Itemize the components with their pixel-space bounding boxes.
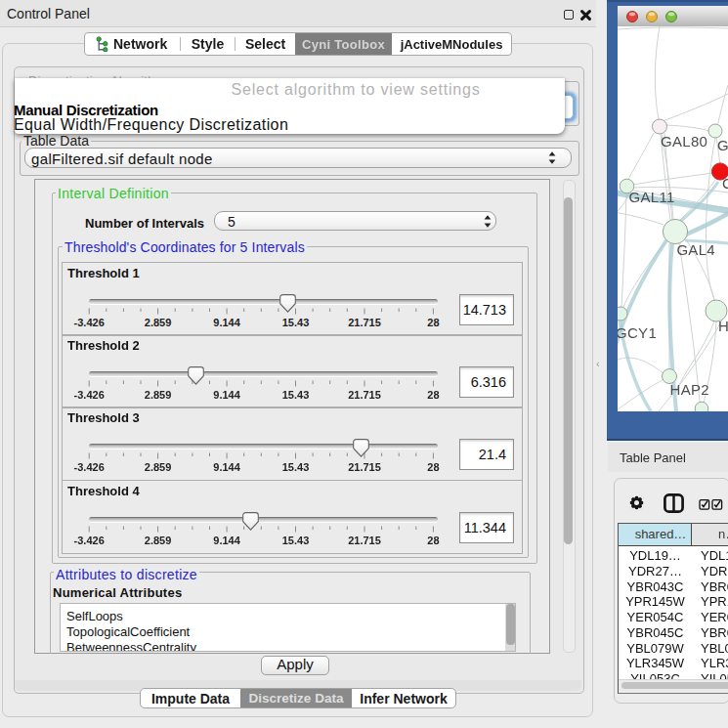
svg-text:GAL4: GAL4 [676,241,715,258]
svg-text:HAP2: HAP2 [670,381,709,398]
svg-text:GCY1: GCY1 [618,324,657,341]
svg-text:GAL80: GAL80 [661,133,707,150]
svg-text:GA: GA [717,137,728,153]
svg-text:GAL11: GAL11 [629,189,675,205]
svg-text:H: H [718,318,728,334]
svg-text:C: C [722,175,728,192]
